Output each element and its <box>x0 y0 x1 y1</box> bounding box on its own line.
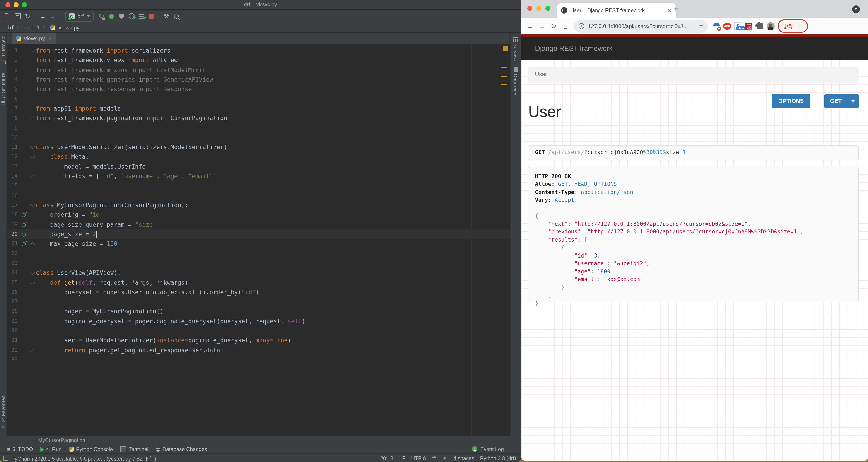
line-number[interactable]: 17 <box>7 200 18 210</box>
code-line-33[interactable]: 33 <box>7 355 510 365</box>
override-gutter-icon[interactable]: ↑ <box>22 222 28 227</box>
code-line-32[interactable]: 32 return pager.get_paginated_response(s… <box>7 345 510 355</box>
code-line-31[interactable]: 31 ser = UserModelSerializer(instance=pa… <box>7 336 510 345</box>
line-number[interactable]: 28 <box>7 307 18 316</box>
line-number[interactable]: 3 <box>7 65 18 75</box>
line-number[interactable]: 15 <box>7 181 18 191</box>
update-chrome-button[interactable]: 更新 ⋮ <box>778 20 808 33</box>
sidebar-item-favorites[interactable]: 2: Favorites ★ <box>0 395 6 431</box>
code-line-8[interactable]: 8from rest_framework.pagination import C… <box>7 113 510 123</box>
fold-icon[interactable] <box>30 242 35 248</box>
line-number[interactable]: 1 <box>7 46 18 56</box>
sidebar-item-structure[interactable]: 7: Structure <box>0 73 6 105</box>
line-number[interactable]: 14 <box>7 171 18 181</box>
drf-brand[interactable]: Django REST framework <box>535 44 613 52</box>
line-number[interactable]: 8 <box>7 113 18 123</box>
rerun-button[interactable]: ↻ <box>96 11 106 21</box>
code-line-1[interactable]: 1from rest_framework import serializers <box>7 46 510 56</box>
tab-views-py[interactable]: views.py × <box>12 33 56 44</box>
code-line-15[interactable]: 15 <box>7 181 510 191</box>
bookmark-star-icon[interactable]: ☆ <box>698 23 704 29</box>
code-line-30[interactable]: 30 <box>7 326 510 336</box>
address-bar[interactable]: i 127.0.0.1:8000/api/users/?cursor=cj0xJ… <box>574 20 708 32</box>
code-line-4[interactable]: 4from rest_framework.generics import Gen… <box>7 75 510 85</box>
sync-button[interactable]: ↻ <box>23 11 33 21</box>
override-gutter-icon[interactable]: ↑ <box>22 212 28 218</box>
settings-button[interactable]: ⚒ <box>161 11 171 21</box>
stop-button[interactable] <box>146 11 156 21</box>
override-gutter-icon[interactable]: ↑ <box>22 241 28 247</box>
code-line-7[interactable]: 7from app01 import models <box>7 104 510 114</box>
json-link[interactable]: "http://127.0.0.1:8000/api/users/?cursor… <box>574 221 748 227</box>
warning-stripe-mark[interactable] <box>501 76 507 77</box>
search-everywhere-button[interactable] <box>171 11 181 21</box>
code-line-28[interactable]: 28 pager = MyCursorPagination() <box>7 307 510 316</box>
toolwindow-run[interactable]: 4: Run <box>40 446 62 452</box>
line-number[interactable]: 9 <box>7 123 18 133</box>
editor-breadcrumb[interactable]: MyCursorPagination <box>0 436 521 444</box>
fold-icon[interactable] <box>30 349 35 354</box>
code-line-17[interactable]: 17class MyCursorPagination(CursorPaginat… <box>7 200 510 210</box>
line-number[interactable]: 21 <box>7 239 18 249</box>
file-encoding[interactable]: UTF-8 <box>411 456 426 461</box>
tab-overview-button[interactable]: ▼ <box>852 5 860 13</box>
line-number[interactable]: 30 <box>7 326 18 336</box>
toolwindow-python-console[interactable]: Python Console <box>69 446 113 452</box>
interpreter-setting[interactable]: Python 3.8 (drf) <box>480 456 516 461</box>
fold-icon[interactable] <box>30 202 35 207</box>
code-line-20[interactable]: 20↑ page_size = 2 <box>7 229 510 239</box>
code-line-22[interactable]: 22 <box>7 249 510 258</box>
open-folder-button[interactable] <box>3 11 13 21</box>
extension-proxy[interactable] <box>711 23 722 29</box>
code-line-18[interactable]: 18↑ ordering = "id" <box>7 210 510 220</box>
code-line-27[interactable]: 27 <box>7 297 510 307</box>
status-message[interactable]: PyCharm 2020.1.5 available: // Update...… <box>11 455 156 462</box>
close-tab-icon[interactable]: ✕ <box>667 7 672 14</box>
line-number[interactable]: 5 <box>7 85 18 94</box>
drf-breadcrumb-user[interactable]: User <box>535 71 547 78</box>
unlock-icon[interactable] <box>432 457 436 461</box>
line-number[interactable]: 24 <box>7 268 18 278</box>
extension-s[interactable]: SNew <box>733 22 743 30</box>
override-gutter-icon[interactable]: ↑ <box>22 231 28 237</box>
line-number[interactable]: 16 <box>7 191 18 200</box>
cursor-position[interactable]: 20:18 <box>380 456 394 461</box>
kebab-menu-icon[interactable]: ⋮ <box>797 25 803 27</box>
back-button[interactable]: ← <box>38 11 48 21</box>
code-line-19[interactable]: 19↑ page_size_query_param = "size" <box>7 220 510 229</box>
line-number[interactable]: 25 <box>7 278 18 287</box>
sidebar-item-project[interactable]: 1: Project <box>0 35 6 65</box>
code-line-10[interactable]: 10 <box>7 133 510 143</box>
code-line-24[interactable]: 24class UserView(APIView): <box>7 268 510 278</box>
profiler-button[interactable] <box>126 11 136 21</box>
line-number[interactable]: 23 <box>7 258 18 268</box>
line-number[interactable]: 13 <box>7 162 18 172</box>
code-editor[interactable]: 1from rest_framework import serializers2… <box>7 45 510 436</box>
url-text[interactable]: 127.0.0.1:8000/api/users/?cursor=cj0xJ..… <box>588 23 695 29</box>
line-number[interactable]: 19 <box>7 220 18 229</box>
code-line-25[interactable]: 25 def get(self, request, *args, **kwarg… <box>7 278 510 287</box>
line-number[interactable]: 6 <box>7 94 18 104</box>
home-button[interactable]: ⌂ <box>559 22 571 30</box>
fold-icon[interactable] <box>30 269 35 275</box>
line-number[interactable]: 12 <box>7 152 18 162</box>
line-number[interactable]: 27 <box>7 297 18 307</box>
code-line-11[interactable]: 11class UserModelSerializer(serializers.… <box>7 142 510 152</box>
info-icon[interactable]: i <box>579 23 584 29</box>
code-line-21[interactable]: 21↑ max_page_size = 100 <box>7 239 510 249</box>
line-number[interactable]: 2 <box>7 56 18 65</box>
code-line-26[interactable]: 26 queryset = models.UserInfo.objects.al… <box>7 287 510 297</box>
line-number[interactable]: 11 <box>7 142 18 152</box>
code-line-2[interactable]: 2from rest_framework.views import APIVie… <box>7 56 510 65</box>
line-number[interactable]: 22 <box>7 249 18 258</box>
new-tab-button[interactable]: + <box>674 4 678 13</box>
line-number[interactable]: 29 <box>7 316 18 326</box>
sidebar-item-sciview[interactable]: SciView <box>510 37 521 61</box>
code-line-6[interactable]: 6 <box>7 94 510 104</box>
code-line-13[interactable]: 13 model = models.UserInfo <box>7 162 510 172</box>
code-line-14[interactable]: 14 fields = ["id", "username", "age", "e… <box>7 171 510 181</box>
get-button[interactable]: GET <box>825 98 847 104</box>
extension-mai[interactable]: 麦$ <box>743 23 754 30</box>
json-link[interactable]: "http://127.0.0.1:8000/api/users/?cursor… <box>587 229 800 235</box>
event-log-button[interactable]: 1 Event Log <box>472 444 504 454</box>
